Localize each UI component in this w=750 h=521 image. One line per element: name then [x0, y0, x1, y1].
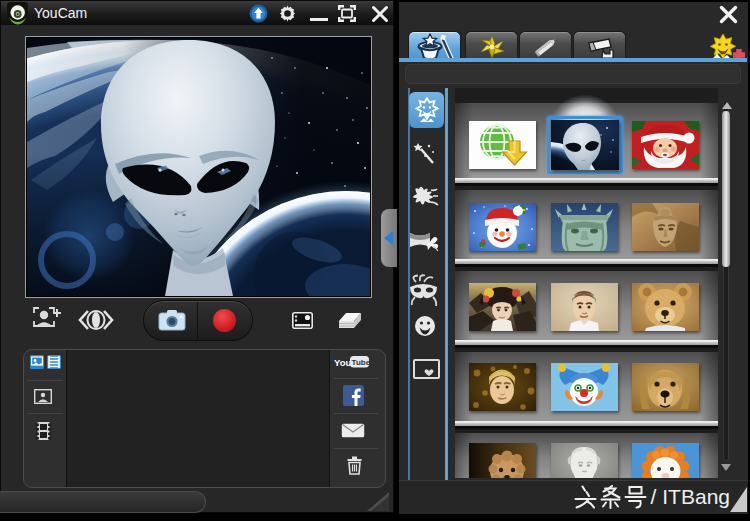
svg-text:You: You — [334, 357, 351, 368]
svg-text:Tube: Tube — [352, 358, 371, 367]
